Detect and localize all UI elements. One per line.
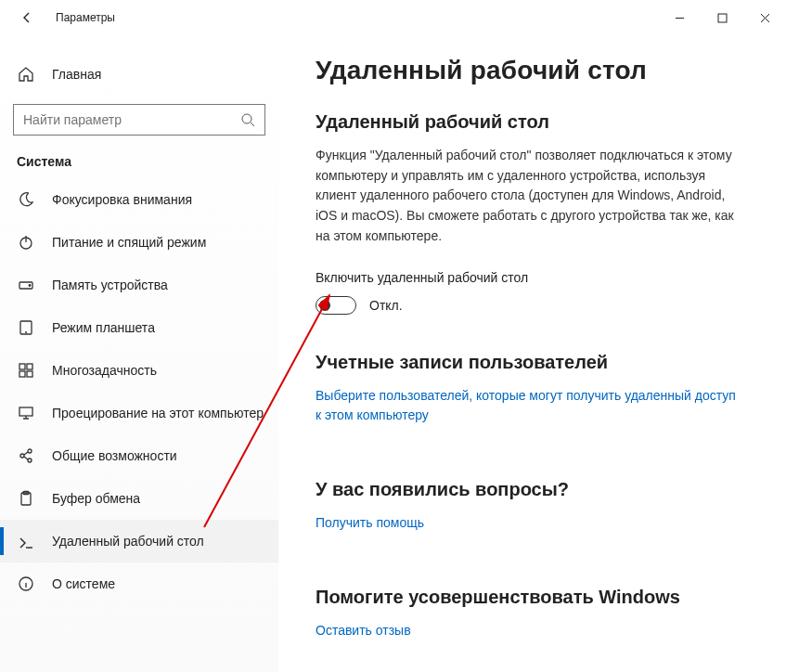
section-heading-improve: Помогите усовершенствовать Windows [316, 587, 749, 608]
page-title: Удаленный рабочий стол [316, 56, 749, 85]
svg-rect-7 [27, 364, 32, 369]
close-icon [760, 13, 770, 23]
sidebar-item-label: Проецирование на этот компьютер [52, 406, 264, 420]
sidebar-item-label: Питание и спящий режим [52, 235, 206, 250]
back-button[interactable] [17, 7, 37, 28]
svg-rect-6 [19, 364, 25, 369]
sidebar-item-label: Режим планшета [52, 320, 155, 335]
svg-point-11 [20, 454, 24, 458]
svg-rect-10 [19, 407, 32, 416]
sidebar-item-label: Фокусировка внимания [52, 192, 192, 207]
toggle-caption: Включить удаленный рабочий стол [316, 270, 749, 285]
multitask-icon [17, 362, 35, 379]
svg-rect-0 [718, 14, 727, 22]
remote-description: Функция "Удаленный рабочий стол" позволя… [316, 146, 742, 246]
sidebar-item-shared[interactable]: Общие возможности [0, 434, 278, 477]
feedback-link[interactable]: Оставить отзыв [316, 621, 411, 640]
home-link[interactable]: Главная [0, 56, 278, 93]
section-heading-accounts: Учетные записи пользователей [316, 352, 749, 373]
sidebar-item-power[interactable]: Питание и спящий режим [0, 221, 278, 264]
content-pane: Удаленный рабочий стол Удаленный рабочий… [278, 35, 786, 672]
get-help-link[interactable]: Получить помощь [316, 513, 424, 533]
home-label: Главная [52, 67, 101, 82]
info-icon [17, 575, 35, 592]
arrow-left-icon [20, 11, 33, 24]
svg-point-4 [29, 285, 31, 287]
project-icon [17, 405, 35, 421]
clipboard-icon [17, 490, 35, 507]
search-box[interactable] [13, 104, 265, 136]
minimize-button[interactable] [658, 4, 701, 32]
svg-point-13 [28, 459, 32, 462]
section-heading-remote: Удаленный рабочий стол [316, 111, 749, 133]
maximize-icon [717, 13, 728, 23]
sidebar-group-heading: Система [0, 154, 278, 178]
sidebar-item-label: О системе [52, 576, 115, 591]
sidebar-item-label: Общие возможности [52, 448, 177, 463]
sidebar-item-tablet[interactable]: Режим планшета [0, 306, 278, 349]
sidebar-item-remote-desktop[interactable]: Удаленный рабочий стол [0, 520, 278, 562]
section-heading-questions: У вас появились вопросы? [316, 479, 749, 500]
home-icon [17, 66, 35, 83]
sidebar-item-clipboard[interactable]: Буфер обмена [0, 477, 278, 520]
moon-icon [17, 191, 35, 208]
sidebar-item-label: Память устройства [52, 278, 168, 292]
maximize-button[interactable] [701, 4, 743, 32]
sidebar-item-projecting[interactable]: Проецирование на этот компьютер [0, 392, 278, 434]
toggle-state-text: Откл. [369, 298, 403, 313]
sidebar-item-label: Многозадачность [52, 363, 157, 378]
search-input[interactable] [23, 112, 240, 127]
close-button[interactable] [743, 4, 786, 32]
storage-icon [17, 277, 35, 293]
power-icon [17, 234, 35, 251]
toggle-knob [319, 300, 330, 311]
remote-icon [17, 533, 35, 549]
search-icon [240, 112, 255, 127]
minimize-icon [675, 13, 685, 23]
tablet-icon [17, 319, 35, 336]
sidebar-item-multitasking[interactable]: Многозадачность [0, 349, 278, 392]
window-title: Параметры [56, 11, 115, 24]
sidebar-item-storage[interactable]: Память устройства [0, 264, 278, 306]
remote-desktop-toggle[interactable] [316, 296, 356, 315]
svg-point-12 [28, 449, 32, 453]
svg-rect-9 [27, 371, 32, 377]
sidebar-item-focus-assist[interactable]: Фокусировка внимания [0, 178, 278, 221]
sidebar-item-about[interactable]: О системе [0, 562, 278, 605]
select-users-link[interactable]: Выберите пользователей, которые могут по… [316, 386, 742, 425]
svg-rect-8 [19, 371, 25, 377]
share-icon [17, 447, 35, 464]
svg-point-1 [242, 114, 251, 123]
sidebar-item-label: Удаленный рабочий стол [52, 534, 204, 549]
sidebar: Главная Система Фокусировка внимания Пит… [0, 35, 278, 672]
sidebar-item-label: Буфер обмена [52, 491, 140, 506]
